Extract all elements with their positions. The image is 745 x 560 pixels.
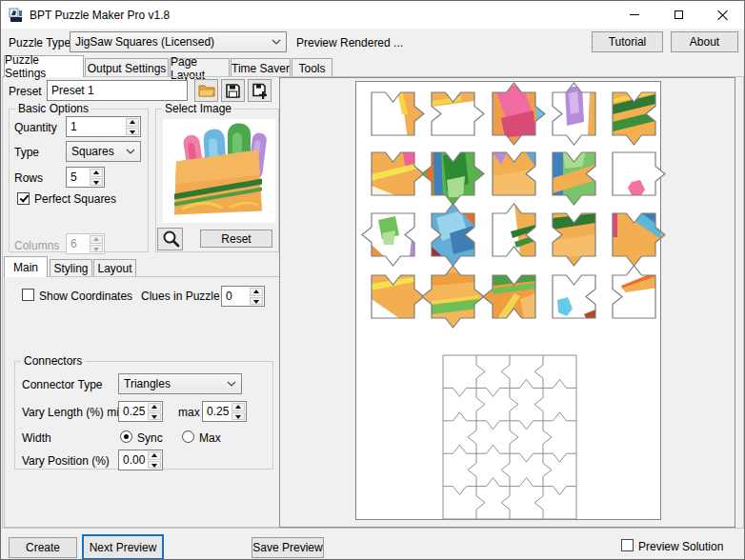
app-icon [9, 8, 24, 23]
minimize-icon [630, 14, 639, 15]
spin-down-button[interactable] [90, 178, 103, 187]
puzzle-piece [482, 142, 546, 206]
rows-label: Rows [14, 171, 43, 185]
preset-save-as-button[interactable] [248, 79, 272, 102]
puzzle-piece [361, 203, 425, 267]
spin-up-button[interactable] [148, 451, 161, 460]
spin-down-button[interactable] [148, 412, 161, 421]
tab-main[interactable]: Main [4, 256, 48, 277]
preset-input[interactable]: Preset 1 [47, 80, 188, 101]
puzzle-piece [602, 142, 666, 206]
puzzle-type-combobox[interactable]: JigSaw Squares (Licensed) [70, 31, 287, 52]
puzzle-piece [542, 142, 606, 206]
puzzle-piece [361, 265, 425, 329]
zoom-image-button[interactable] [157, 228, 183, 250]
spin-down-button[interactable] [250, 297, 263, 306]
spin-up-button[interactable] [250, 288, 263, 296]
folder-open-icon [198, 83, 215, 98]
close-button[interactable] [700, 1, 744, 29]
basic-options-title: Basic Options [15, 102, 91, 115]
minimize-button[interactable] [613, 1, 656, 29]
spin-up-button[interactable] [126, 118, 139, 127]
preview-panel [279, 77, 735, 528]
preset-save-button[interactable] [221, 79, 245, 102]
maximize-button[interactable] [656, 1, 700, 29]
tab-styling[interactable]: Styling [50, 259, 92, 277]
puzzle-piece [482, 82, 546, 146]
puzzle-piece [542, 203, 606, 267]
connectors-title: Connectors [21, 354, 85, 368]
rows-stepper[interactable]: 5 [66, 167, 105, 188]
spin-down-button[interactable] [126, 128, 139, 136]
puzzle-outline-grid [433, 345, 587, 530]
spin-up-button[interactable] [148, 403, 161, 411]
puzzle-piece [361, 82, 425, 146]
quantity-stepper[interactable]: 1 [66, 116, 141, 137]
window-title: BPT Puzzle Maker Pro v1.8 [30, 9, 170, 22]
preview-canvas [355, 81, 661, 520]
puzzle-type-label: Puzzle Type [9, 36, 70, 50]
chevron-down-icon [126, 149, 135, 154]
chevron-down-icon [227, 381, 236, 387]
spin-up-button[interactable] [90, 169, 103, 177]
puzzle-piece [482, 265, 546, 329]
save-preview-button[interactable]: Save Preview [252, 537, 324, 558]
app-window: BPT Puzzle Maker Pro v1.8 Puzzle Type Ji… [0, 0, 745, 560]
perfect-squares-label: Perfect Squares [34, 192, 116, 206]
create-button[interactable]: Create [9, 537, 77, 558]
tutorial-button[interactable]: Tutorial [592, 31, 663, 52]
puzzle-piece [421, 142, 485, 206]
crayon-image [163, 119, 275, 223]
status-text: Preview Rendered ... [296, 36, 403, 50]
chevron-down-icon [272, 39, 281, 45]
vary-length-min-stepper[interactable]: 0.25 [118, 401, 163, 422]
puzzle-type-value: JigSaw Squares (Licensed) [75, 35, 214, 49]
puzzle-piece [361, 142, 425, 206]
tab-output-settings[interactable]: Output Settings [85, 58, 169, 77]
about-button[interactable]: About [671, 31, 738, 52]
spin-down-button[interactable] [232, 412, 245, 421]
title-bar: BPT Puzzle Maker Pro v1.8 [1, 1, 744, 29]
preset-open-button[interactable] [194, 79, 218, 102]
vary-length-label: Vary Length (%) min [22, 406, 126, 419]
puzzle-piece [421, 203, 485, 267]
spin-up-button [90, 235, 103, 244]
tab-layout[interactable]: Layout [93, 259, 136, 277]
width-sync-label: Sync [137, 431, 163, 445]
reset-button[interactable]: Reset [200, 230, 272, 248]
magnifier-icon [161, 230, 180, 249]
perfect-squares-checkbox[interactable] [17, 192, 30, 205]
tab-puzzle-settings[interactable]: Puzzle Settings [4, 55, 84, 77]
spin-down-button[interactable] [148, 461, 161, 470]
type-combobox[interactable]: Squares [66, 141, 141, 162]
preview-solution-checkbox[interactable] [621, 539, 634, 551]
connector-type-combobox[interactable]: Triangles [118, 373, 242, 394]
vary-position-stepper[interactable]: 0.00 [118, 450, 163, 470]
puzzle-piece [602, 82, 666, 146]
width-sync-radio[interactable] [120, 430, 132, 443]
puzzle-piece [602, 265, 666, 329]
tab-tools[interactable]: Tools [292, 58, 332, 77]
next-preview-button[interactable]: Next Preview [82, 534, 164, 560]
save-as-icon [252, 83, 268, 99]
show-coordinates-checkbox[interactable] [22, 289, 34, 301]
tab-page-layout[interactable]: Page Layout [170, 58, 230, 77]
clues-stepper[interactable]: 0 [221, 286, 265, 307]
close-icon [717, 10, 728, 20]
maximize-icon [675, 10, 683, 19]
puzzle-piece [421, 82, 485, 146]
vary-length-max-stepper[interactable]: 0.25 [202, 401, 247, 422]
spin-down-button [90, 245, 103, 253]
connector-type-label: Connector Type [22, 378, 103, 391]
tab-time-saver[interactable]: Time Saver [231, 58, 291, 77]
puzzle-piece [602, 203, 666, 267]
puzzle-piece [482, 203, 546, 267]
vary-length-max-label: max [178, 406, 200, 419]
selected-image-thumbnail[interactable] [163, 119, 275, 223]
width-max-radio[interactable] [182, 430, 194, 443]
columns-label: Columns [14, 239, 59, 252]
clues-label: Clues in Puzzle [141, 290, 220, 303]
columns-stepper: 6 [66, 233, 105, 254]
save-icon [225, 83, 241, 99]
spin-up-button[interactable] [232, 403, 245, 411]
